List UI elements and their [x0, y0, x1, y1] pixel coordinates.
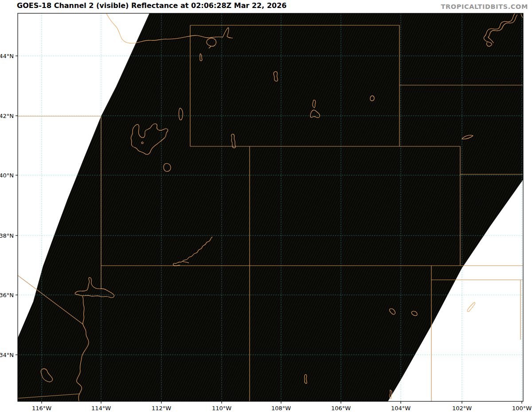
tick-label-lon-116°W: 116°W: [32, 405, 51, 412]
tick-label-lat-44°N: 44°N: [0, 53, 14, 59]
tick-label-lon-106°W: 106°W: [331, 405, 351, 412]
map-plot-area: [18, 12, 523, 401]
tick-label-lon-108°W: 108°W: [271, 405, 291, 412]
satellite-image-page: GOES-18 Channel 2 (visible) Reflectance …: [0, 0, 532, 412]
tick-label-lat-36°N: 36°N: [0, 292, 14, 298]
tropicaltidbits-watermark: TROPICALTIDBITS.COM: [441, 3, 528, 10]
tick-label-lon-104°W: 104°W: [391, 405, 411, 412]
tick-label-lon-114°W: 114°W: [91, 405, 111, 412]
tick-label-lat-38°N: 38°N: [0, 232, 14, 239]
tick-label-lon-102°W: 102°W: [452, 405, 472, 412]
tick-label-lat-42°N: 42°N: [0, 113, 14, 119]
tick-label-lat-40°N: 40°N: [0, 172, 14, 179]
tick-label-lat-34°N: 34°N: [0, 352, 14, 358]
tick-label-lon-110°W: 110°W: [212, 405, 231, 412]
image-title: GOES-18 Channel 2 (visible) Reflectance …: [17, 1, 286, 10]
map-canvas: 44°N42°N40°N38°N36°N34°N116°W114°W112°W1…: [0, 0, 532, 412]
tick-label-lon-100°W: 100°W: [512, 405, 532, 412]
tick-label-lon-112°W: 112°W: [152, 405, 171, 412]
